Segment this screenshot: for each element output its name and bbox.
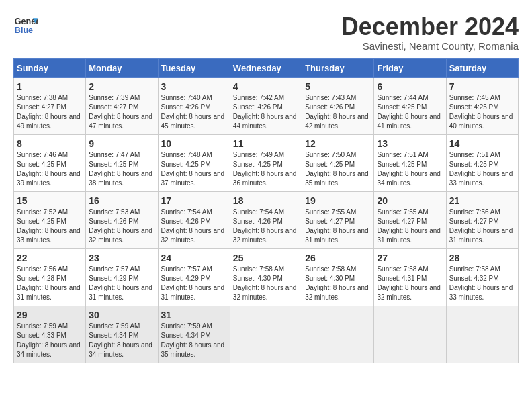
calendar-cell: 16Sunrise: 7:53 AM Sunset: 4:26 PM Dayli…	[86, 191, 158, 248]
calendar-cell: 21Sunrise: 7:56 AM Sunset: 4:27 PM Dayli…	[446, 191, 518, 248]
calendar-week-row: 29Sunrise: 7:59 AM Sunset: 4:33 PM Dayli…	[14, 306, 519, 363]
day-number: 12	[305, 138, 371, 149]
cell-info: Sunrise: 7:56 AM Sunset: 4:27 PM Dayligh…	[449, 208, 515, 245]
day-number: 27	[377, 253, 443, 263]
day-number: 28	[449, 253, 515, 263]
day-number: 19	[305, 195, 371, 206]
title-block: December 2024 Savinesti, Neamt County, R…	[341, 13, 519, 52]
weekday-header: Sunday	[14, 58, 86, 77]
day-number: 6	[377, 81, 443, 92]
cell-info: Sunrise: 7:52 AM Sunset: 4:25 PM Dayligh…	[17, 208, 83, 245]
cell-info: Sunrise: 7:55 AM Sunset: 4:27 PM Dayligh…	[377, 208, 443, 245]
svg-text:Blue: Blue	[15, 26, 33, 35]
calendar-cell: 3Sunrise: 7:40 AM Sunset: 4:26 PM Daylig…	[158, 77, 230, 134]
calendar-week-row: 1Sunrise: 7:38 AM Sunset: 4:27 PM Daylig…	[14, 77, 519, 134]
day-number: 24	[161, 253, 227, 263]
calendar-cell: 22Sunrise: 7:56 AM Sunset: 4:28 PM Dayli…	[14, 248, 86, 306]
day-number: 21	[449, 195, 515, 206]
calendar-cell: 1Sunrise: 7:38 AM Sunset: 4:27 PM Daylig…	[14, 77, 86, 134]
day-number: 14	[449, 138, 515, 149]
logo: General Blue	[13, 13, 38, 38]
cell-info: Sunrise: 7:47 AM Sunset: 4:25 PM Dayligh…	[89, 150, 154, 188]
calendar-cell: 31Sunrise: 7:59 AM Sunset: 4:34 PM Dayli…	[158, 306, 230, 363]
calendar-cell: 27Sunrise: 7:58 AM Sunset: 4:31 PM Dayli…	[374, 248, 446, 306]
calendar-cell: 18Sunrise: 7:54 AM Sunset: 4:26 PM Dayli…	[230, 191, 302, 248]
weekday-header: Wednesday	[230, 58, 302, 77]
cell-info: Sunrise: 7:53 AM Sunset: 4:26 PM Dayligh…	[89, 208, 154, 245]
calendar-cell: 17Sunrise: 7:54 AM Sunset: 4:26 PM Dayli…	[158, 191, 230, 248]
calendar-cell: 23Sunrise: 7:57 AM Sunset: 4:29 PM Dayli…	[86, 248, 158, 306]
day-number: 2	[89, 81, 154, 92]
calendar-header-row: SundayMondayTuesdayWednesdayThursdayFrid…	[14, 58, 519, 77]
cell-info: Sunrise: 7:46 AM Sunset: 4:25 PM Dayligh…	[17, 150, 83, 188]
day-number: 7	[449, 81, 515, 92]
calendar-cell: 25Sunrise: 7:58 AM Sunset: 4:30 PM Dayli…	[230, 248, 302, 306]
calendar-cell: 14Sunrise: 7:51 AM Sunset: 4:25 PM Dayli…	[446, 134, 518, 191]
weekday-header: Friday	[374, 58, 446, 77]
calendar-cell: 8Sunrise: 7:46 AM Sunset: 4:25 PM Daylig…	[14, 134, 86, 191]
calendar-cell: 24Sunrise: 7:57 AM Sunset: 4:29 PM Dayli…	[158, 248, 230, 306]
cell-info: Sunrise: 7:49 AM Sunset: 4:25 PM Dayligh…	[233, 150, 299, 188]
cell-info: Sunrise: 7:54 AM Sunset: 4:26 PM Dayligh…	[161, 208, 227, 245]
calendar-cell: 26Sunrise: 7:58 AM Sunset: 4:30 PM Dayli…	[302, 248, 374, 306]
day-number: 31	[161, 310, 227, 320]
cell-info: Sunrise: 7:59 AM Sunset: 4:34 PM Dayligh…	[161, 322, 227, 359]
day-number: 17	[161, 195, 227, 206]
day-number: 26	[305, 253, 371, 263]
cell-info: Sunrise: 7:51 AM Sunset: 4:25 PM Dayligh…	[377, 150, 443, 188]
calendar-cell: 15Sunrise: 7:52 AM Sunset: 4:25 PM Dayli…	[14, 191, 86, 248]
day-number: 11	[233, 138, 299, 149]
calendar-cell	[374, 306, 446, 363]
page-header: General Blue December 2024 Savinesti, Ne…	[13, 13, 519, 52]
cell-info: Sunrise: 7:55 AM Sunset: 4:27 PM Dayligh…	[305, 208, 371, 245]
day-number: 8	[17, 138, 83, 149]
cell-info: Sunrise: 7:54 AM Sunset: 4:26 PM Dayligh…	[233, 208, 299, 245]
cell-info: Sunrise: 7:58 AM Sunset: 4:30 PM Dayligh…	[233, 265, 299, 302]
cell-info: Sunrise: 7:38 AM Sunset: 4:27 PM Dayligh…	[17, 93, 83, 131]
cell-info: Sunrise: 7:40 AM Sunset: 4:26 PM Dayligh…	[161, 93, 227, 131]
calendar-week-row: 8Sunrise: 7:46 AM Sunset: 4:25 PM Daylig…	[14, 134, 519, 191]
day-number: 23	[89, 253, 154, 263]
calendar-week-row: 15Sunrise: 7:52 AM Sunset: 4:25 PM Dayli…	[14, 191, 519, 248]
calendar-cell: 7Sunrise: 7:45 AM Sunset: 4:25 PM Daylig…	[446, 77, 518, 134]
logo-icon: General Blue	[13, 13, 38, 38]
cell-info: Sunrise: 7:58 AM Sunset: 4:31 PM Dayligh…	[377, 265, 443, 302]
day-number: 22	[17, 253, 83, 263]
cell-info: Sunrise: 7:57 AM Sunset: 4:29 PM Dayligh…	[89, 265, 154, 302]
cell-info: Sunrise: 7:57 AM Sunset: 4:29 PM Dayligh…	[161, 265, 227, 302]
day-number: 5	[305, 81, 371, 92]
day-number: 30	[89, 310, 154, 320]
calendar-table: SundayMondayTuesdayWednesdayThursdayFrid…	[13, 58, 519, 363]
calendar-cell: 30Sunrise: 7:59 AM Sunset: 4:34 PM Dayli…	[86, 306, 158, 363]
cell-info: Sunrise: 7:39 AM Sunset: 4:27 PM Dayligh…	[89, 93, 154, 131]
calendar-week-row: 22Sunrise: 7:56 AM Sunset: 4:28 PM Dayli…	[14, 248, 519, 306]
calendar-cell: 13Sunrise: 7:51 AM Sunset: 4:25 PM Dayli…	[374, 134, 446, 191]
day-number: 13	[377, 138, 443, 149]
day-number: 3	[161, 81, 227, 92]
calendar-cell	[302, 306, 374, 363]
calendar-cell	[446, 306, 518, 363]
day-number: 1	[17, 81, 83, 92]
calendar-cell	[230, 306, 302, 363]
day-number: 4	[233, 81, 299, 92]
location-subtitle: Savinesti, Neamt County, Romania	[341, 40, 519, 52]
day-number: 10	[161, 138, 227, 149]
cell-info: Sunrise: 7:42 AM Sunset: 4:26 PM Dayligh…	[233, 93, 299, 131]
calendar-cell: 6Sunrise: 7:44 AM Sunset: 4:25 PM Daylig…	[374, 77, 446, 134]
cell-info: Sunrise: 7:45 AM Sunset: 4:25 PM Dayligh…	[449, 93, 515, 131]
calendar-cell: 20Sunrise: 7:55 AM Sunset: 4:27 PM Dayli…	[374, 191, 446, 248]
calendar-cell: 5Sunrise: 7:43 AM Sunset: 4:26 PM Daylig…	[302, 77, 374, 134]
calendar-cell: 2Sunrise: 7:39 AM Sunset: 4:27 PM Daylig…	[86, 77, 158, 134]
calendar-cell: 10Sunrise: 7:48 AM Sunset: 4:25 PM Dayli…	[158, 134, 230, 191]
day-number: 9	[89, 138, 154, 149]
day-number: 15	[17, 195, 83, 206]
calendar-cell: 4Sunrise: 7:42 AM Sunset: 4:26 PM Daylig…	[230, 77, 302, 134]
cell-info: Sunrise: 7:44 AM Sunset: 4:25 PM Dayligh…	[377, 93, 443, 131]
month-title: December 2024	[341, 13, 519, 40]
cell-info: Sunrise: 7:50 AM Sunset: 4:25 PM Dayligh…	[305, 150, 371, 188]
day-number: 29	[17, 310, 83, 320]
cell-info: Sunrise: 7:59 AM Sunset: 4:34 PM Dayligh…	[89, 322, 154, 359]
calendar-cell: 12Sunrise: 7:50 AM Sunset: 4:25 PM Dayli…	[302, 134, 374, 191]
weekday-header: Monday	[86, 58, 158, 77]
calendar-cell: 28Sunrise: 7:58 AM Sunset: 4:32 PM Dayli…	[446, 248, 518, 306]
